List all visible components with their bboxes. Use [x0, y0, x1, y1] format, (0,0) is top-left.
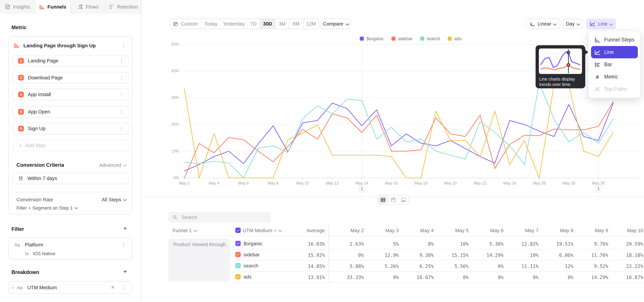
- funnel-step-landing-page[interactable]: 1Landing Page⋮: [13, 55, 129, 66]
- cell-value: 16.03%: [288, 241, 325, 247]
- tab-insights[interactable]: Insights: [0, 0, 36, 14]
- granularity-dropdown[interactable]: Day: [563, 18, 583, 29]
- calendar-icon: [173, 21, 178, 26]
- range-6m[interactable]: 6M: [289, 19, 304, 29]
- cell-value: 10%: [432, 241, 468, 247]
- breakdown-table: Funnel 1UTM Medium 4AverageMay 2May 3May…: [168, 225, 644, 282]
- legend-item-search[interactable]: search: [420, 36, 440, 41]
- range-7d[interactable]: 7D: [247, 19, 260, 29]
- cell-value: 0%: [327, 252, 364, 258]
- step-kebab-icon[interactable]: ⋮: [115, 75, 128, 80]
- range-3m[interactable]: 3M: [276, 19, 289, 29]
- cell-value: 0%: [466, 274, 504, 280]
- cell-value: 15.92%: [288, 252, 325, 258]
- layout-toggle-top[interactable]: [388, 195, 398, 204]
- funnel-step-sign-up[interactable]: 5Sign Up⋮: [13, 123, 129, 134]
- filter-operator[interactable]: Is: [25, 251, 29, 256]
- funnel-steps-icon: [594, 37, 600, 43]
- legend-item-organic[interactable]: $organic: [360, 36, 384, 41]
- range-yesterday[interactable]: Yesterday: [221, 19, 247, 29]
- drag-handle-icon[interactable]: ≡: [12, 285, 14, 290]
- row-checkbox[interactable]: [235, 263, 241, 268]
- conversion-window-row[interactable]: Within 7 days: [13, 173, 129, 184]
- step-kebab-icon[interactable]: ⋮: [115, 92, 128, 97]
- breakdown-card[interactable]: ≡ Aa UTM Medium ✕ ⋮: [8, 281, 132, 294]
- scale-dropdown[interactable]: Linear: [526, 18, 560, 29]
- column-header-may-10: May 10: [610, 228, 643, 234]
- step-kebab-icon[interactable]: ⋮: [115, 126, 128, 131]
- svg-text:30%: 30%: [171, 96, 179, 100]
- tooltip-text: Line charts display trends over time.: [539, 76, 583, 87]
- svg-text:50%: 50%: [171, 42, 179, 46]
- add-filter-button[interactable]: +: [123, 225, 127, 232]
- conversion-rate-dropdown[interactable]: All Steps: [102, 197, 126, 202]
- filter-kebab-icon[interactable]: ⋮: [117, 242, 130, 247]
- svg-text:May 20: May 20: [444, 181, 457, 186]
- step-kebab-icon[interactable]: ⋮: [115, 58, 128, 63]
- breakdown-header-checkbox[interactable]: [235, 228, 241, 233]
- layout-toggle-bottom[interactable]: [398, 195, 408, 204]
- step-kebab-icon[interactable]: ⋮: [115, 109, 128, 114]
- column-header-may-3: May 3: [366, 228, 399, 234]
- conversion-rate-label: Conversion Rate: [16, 197, 53, 202]
- compare-button[interactable]: Compare: [321, 18, 351, 29]
- breakdown-kebab-icon[interactable]: ⋮: [117, 285, 130, 290]
- table-search[interactable]: [168, 212, 271, 223]
- svg-text:May 4: May 4: [209, 181, 219, 186]
- menu-item-line[interactable]: Line: [591, 46, 638, 58]
- funnel-step-app-install[interactable]: 3App Install⋮: [13, 89, 129, 100]
- chart-type-dropdown[interactable]: Line: [586, 18, 616, 29]
- row-checkbox[interactable]: [235, 274, 241, 279]
- property-type-badge: Aa: [14, 242, 20, 247]
- filter-value[interactable]: iOS Native: [33, 251, 56, 256]
- menu-item-bar[interactable]: Bar: [591, 58, 638, 71]
- tab-retention[interactable]: Retention: [106, 0, 142, 14]
- breakdown-col-label: UTM Medium: [243, 228, 272, 234]
- filter-card[interactable]: Aa Platform ⋮ Is iOS Native: [8, 238, 132, 260]
- annotation-badge-may-14[interactable]: 1: [359, 185, 364, 192]
- range-12m[interactable]: 12M: [304, 19, 319, 29]
- cell-value: 9.52%: [572, 264, 608, 269]
- funnel-step-download-page[interactable]: 2Download Page⋮: [13, 72, 129, 84]
- plus-icon: +: [19, 142, 22, 149]
- legend-item-ads[interactable]: ads: [448, 36, 462, 41]
- search-input[interactable]: [181, 214, 260, 221]
- legend-label: sidebar: [398, 36, 412, 41]
- tab-funnels[interactable]: Funnels: [36, 0, 71, 14]
- line-icon: [594, 49, 600, 55]
- legend-item-sidebar[interactable]: sidebar: [391, 36, 413, 41]
- menu-item-metric[interactable]: #Metric: [591, 71, 638, 83]
- tab-flows[interactable]: Flows: [70, 0, 106, 14]
- row-checkbox[interactable]: [235, 252, 241, 257]
- cell-value: 15.15%: [432, 252, 468, 258]
- tab-label: Funnels: [48, 4, 66, 10]
- annotation-badge-may-30[interactable]: 1: [596, 185, 601, 192]
- funnel-step-app-open[interactable]: 4App Open⋮: [13, 106, 129, 118]
- advanced-dropdown[interactable]: Advanced: [99, 162, 126, 168]
- range-today[interactable]: Today: [201, 19, 221, 29]
- series-name: sidebar: [244, 252, 260, 258]
- header-underline: [168, 236, 644, 236]
- funnel-column-dropdown[interactable]: Funnel 1: [172, 228, 197, 234]
- menu-item-label: Line: [604, 49, 614, 55]
- svg-text:20%: 20%: [171, 122, 179, 126]
- row-checkbox[interactable]: [235, 241, 241, 246]
- menu-item-label: Metric: [604, 74, 618, 80]
- range-30d[interactable]: 30D: [260, 19, 276, 29]
- close-icon[interactable]: ✕: [108, 285, 117, 290]
- chevron-down-icon: [576, 22, 580, 26]
- menu-item-funnel-steps[interactable]: Funnel Steps: [591, 34, 638, 46]
- filter-heading: Filter: [12, 226, 24, 232]
- query-sidebar: Metric Landing Page through Sign Up ⋮ 1L…: [0, 14, 141, 302]
- range-custom[interactable]: Custom: [170, 19, 201, 29]
- funnel-kebab-icon[interactable]: ⋮: [117, 43, 130, 48]
- table-row: ads13.91%33.33%0%16.67%0%0%0%0%14.29%16.…: [168, 271, 644, 282]
- chevron-down-icon: [346, 22, 349, 26]
- add-breakdown-button[interactable]: +: [123, 268, 127, 275]
- breakdown-column-dropdown[interactable]: UTM Medium 4: [243, 228, 281, 234]
- add-step-button[interactable]: + Add Step: [13, 140, 129, 151]
- bar-icon: [594, 62, 600, 68]
- layout-toggle-rows[interactable]: [378, 195, 388, 204]
- filter-segment-dropdown[interactable]: Filter + Segment on Step 1: [16, 205, 78, 210]
- metric-heading: Metric: [12, 25, 27, 30]
